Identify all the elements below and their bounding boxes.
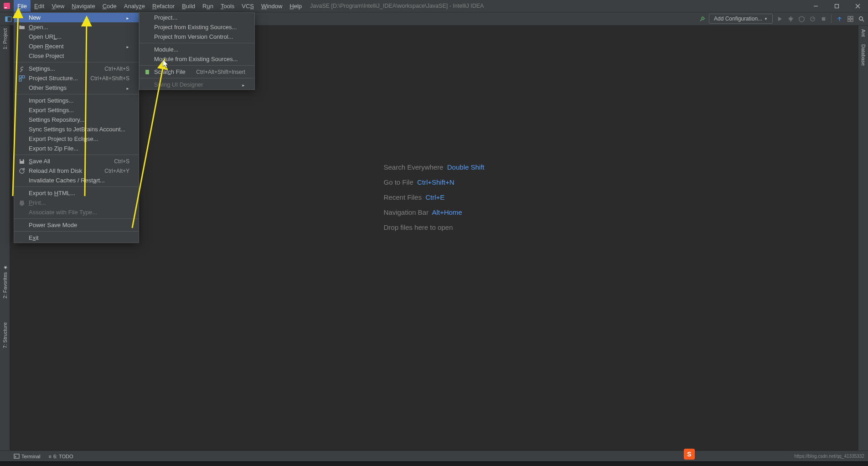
toolwindow-project[interactable]: 1: Project xyxy=(2,26,8,52)
toolwindow-database[interactable]: Database xyxy=(861,41,866,69)
svg-rect-16 xyxy=(822,17,825,21)
welcome-hints: Search Everywhere Double Shift Go to Fil… xyxy=(384,163,485,231)
menu-new[interactable]: New xyxy=(14,13,139,22)
toolwindow-ant[interactable]: Ant xyxy=(861,26,866,41)
menu-refactor[interactable]: Refactor xyxy=(149,0,178,12)
menu-separator xyxy=(140,65,254,66)
submenu-swing-designer[interactable]: Swing UI Designer xyxy=(140,80,254,89)
menu-open-recent[interactable]: Open Recent xyxy=(14,41,139,51)
coverage-icon[interactable] xyxy=(797,15,806,23)
menu-export-settings[interactable]: Export Settings... xyxy=(14,105,139,115)
project-structure-icon[interactable] xyxy=(846,15,854,23)
svg-line-22 xyxy=(862,20,864,21)
svg-point-9 xyxy=(789,17,792,21)
menu-run[interactable]: Run xyxy=(199,0,217,12)
submenu-project-vcs[interactable]: Project from Version Control... xyxy=(140,32,254,41)
menu-open-url[interactable]: Open URL... xyxy=(14,32,139,41)
menu-build[interactable]: Build xyxy=(178,0,199,12)
svg-rect-24 xyxy=(19,76,21,78)
menu-file[interactable]: File xyxy=(14,0,31,12)
menu-power-save[interactable]: Power Save Mode xyxy=(14,220,139,230)
file-menu-dropdown: New Open... Open URL... Open Recent Clos… xyxy=(14,12,139,243)
menu-reload-disk[interactable]: Reload All from DiskCtrl+Alt+Y xyxy=(14,166,139,176)
svg-rect-3 xyxy=(835,4,838,8)
vcs-update-icon[interactable] xyxy=(835,15,843,23)
debug-icon[interactable] xyxy=(786,15,795,23)
submenu-project[interactable]: Project... xyxy=(140,13,254,22)
menu-navigate[interactable]: Navigate xyxy=(68,0,98,12)
menu-vcs[interactable]: VCS xyxy=(238,0,258,12)
submenu-module[interactable]: Module... xyxy=(140,45,254,54)
toolwindow-todo[interactable]: ≡6: TODO xyxy=(49,454,73,459)
menu-edit[interactable]: Edit xyxy=(31,0,48,12)
submenu-module-existing[interactable]: Module from Existing Sources... xyxy=(140,54,254,64)
add-configuration-button[interactable]: Add Configuration... ▼ xyxy=(709,14,773,24)
svg-rect-30 xyxy=(145,70,149,74)
menu-analyze[interactable]: Analyze xyxy=(120,0,149,12)
reload-icon xyxy=(18,167,26,175)
svg-line-13 xyxy=(792,18,793,18)
submenu-project-existing[interactable]: Project from Existing Sources... xyxy=(140,22,254,32)
menu-open[interactable]: Open... xyxy=(14,22,139,32)
close-button[interactable] xyxy=(847,0,868,12)
minimize-button[interactable] xyxy=(805,0,826,12)
menu-export-eclipse[interactable]: Export Project to Eclipse... xyxy=(14,134,139,144)
menu-separator xyxy=(14,62,139,62)
wrench-icon xyxy=(18,65,26,72)
svg-rect-29 xyxy=(21,204,23,206)
menu-sync-jetbrains[interactable]: Sync Settings to JetBrains Account... xyxy=(14,124,139,134)
intellij-logo-icon xyxy=(3,2,11,10)
left-tool-stripe: 1: Project 2: Favorites★ 7: Structure xyxy=(0,26,10,450)
toolwindow-structure[interactable]: 7: Structure xyxy=(2,320,8,351)
menu-print[interactable]: Print... xyxy=(14,198,139,207)
menu-project-structure[interactable]: Project Structure...Ctrl+Alt+Shift+S xyxy=(14,73,139,83)
menu-help[interactable]: Help xyxy=(286,0,305,12)
menu-code[interactable]: Code xyxy=(99,0,120,12)
folder-open-icon xyxy=(18,24,26,31)
svg-point-21 xyxy=(859,16,863,20)
save-icon xyxy=(18,158,26,165)
project-view-icon[interactable] xyxy=(4,14,13,23)
hint-recent-files: Recent Files Ctrl+E xyxy=(384,193,485,201)
menu-settings-repo[interactable]: Settings Repository... xyxy=(14,115,139,124)
svg-marker-8 xyxy=(778,16,781,21)
submenu-scratch-file[interactable]: Scratch FileCtrl+Alt+Shift+Insert xyxy=(140,67,254,77)
svg-rect-27 xyxy=(20,201,24,202)
svg-rect-19 xyxy=(847,19,850,21)
build-hammer-icon[interactable] xyxy=(698,15,706,23)
new-submenu: Project... Project from Existing Sources… xyxy=(139,12,255,90)
svg-rect-23 xyxy=(14,454,19,458)
menu-view[interactable]: View xyxy=(48,0,68,12)
menu-import-settings[interactable]: Import Settings... xyxy=(14,96,139,105)
windows-taskbar xyxy=(0,461,868,466)
menu-close-project[interactable]: Close Project xyxy=(14,51,139,61)
run-icon[interactable] xyxy=(775,15,784,23)
menu-other-settings[interactable]: Other Settings xyxy=(14,83,139,93)
window-title: JavaSE [D:\Program\IntelliJ_IDEA\workspa… xyxy=(310,3,484,9)
menu-invalidate-caches[interactable]: Invalidate Caches / Restart... xyxy=(14,176,139,185)
menu-separator xyxy=(140,43,254,43)
hint-search-everywhere: Search Everywhere Double Shift xyxy=(384,163,485,171)
svg-line-15 xyxy=(812,17,814,19)
add-configuration-label: Add Configuration... xyxy=(714,16,762,22)
svg-line-12 xyxy=(788,18,789,18)
status-url-watermark: https://blog.csdn.net/qq_41335332 xyxy=(795,454,864,459)
menu-export-zip[interactable]: Export to Zip File... xyxy=(14,144,139,153)
menu-exit[interactable]: Exit xyxy=(14,233,139,243)
search-everywhere-icon[interactable] xyxy=(857,15,865,23)
menu-save-all[interactable]: Save AllCtrl+S xyxy=(14,156,139,166)
menu-tools[interactable]: Tools xyxy=(217,0,238,12)
ime-indicator-icon[interactable]: S xyxy=(684,449,695,460)
menu-associate-filetype[interactable]: Associate with File Type... xyxy=(14,207,139,217)
profiler-icon[interactable] xyxy=(808,15,816,23)
toolwindow-terminal[interactable]: Terminal xyxy=(14,453,41,459)
menu-separator xyxy=(14,186,139,187)
hint-drop-files: Drop files here to open xyxy=(384,223,485,231)
menu-settings[interactable]: Settings...Ctrl+Alt+S xyxy=(14,64,139,73)
toolwindow-favorites[interactable]: 2: Favorites★ xyxy=(2,262,8,301)
menu-separator xyxy=(140,78,254,78)
stop-icon[interactable] xyxy=(819,15,827,23)
menu-export-html[interactable]: Export to HTML... xyxy=(14,188,139,198)
menu-window[interactable]: Window xyxy=(258,0,286,12)
maximize-button[interactable] xyxy=(826,0,847,12)
